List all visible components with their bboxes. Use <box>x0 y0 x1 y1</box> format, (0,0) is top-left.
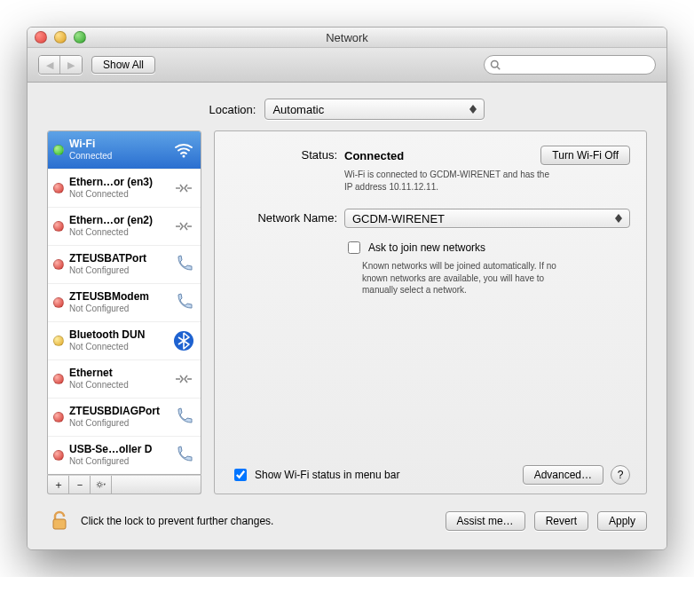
service-item[interactable]: ZTEUSBDIAGPortNot Configured <box>48 399 201 437</box>
network-name-label: Network Name: <box>231 209 337 225</box>
service-status: Not Connected <box>69 227 167 238</box>
ethernet-icon <box>172 177 195 200</box>
service-item[interactable]: ZTEUSBModemNot Configured <box>48 284 201 322</box>
svg-line-13 <box>98 486 99 487</box>
svg-marker-15 <box>104 484 106 486</box>
service-status: Not Configured <box>69 265 167 276</box>
ask-join-description: Known networks will be joined automatica… <box>362 260 575 296</box>
ethernet-icon <box>172 367 195 391</box>
svg-line-14 <box>101 482 102 483</box>
status-dot-icon <box>53 412 64 423</box>
back-button[interactable]: ◀ <box>39 56 60 74</box>
network-preferences-window: Network ◀ ▶ Show All Location: Automatic <box>27 27 667 550</box>
service-status: Not Connected <box>69 342 167 352</box>
location-label: Location: <box>209 103 256 116</box>
service-name: ZTEUSBModem <box>69 291 167 304</box>
bluetooth-icon <box>172 329 195 352</box>
service-item[interactable]: Ethern…or (en2)Not Connected <box>48 208 201 246</box>
service-item[interactable]: Bluetooth DUNNot Connected <box>48 322 201 360</box>
svg-line-1 <box>497 67 500 69</box>
service-name: USB-Se…oller D <box>69 444 167 456</box>
svg-line-12 <box>101 486 102 487</box>
service-text: ZTEUSBATPortNot Configured <box>69 253 167 275</box>
service-name: Wi-Fi <box>69 138 167 151</box>
ask-join-checkbox[interactable] <box>348 241 360 254</box>
svg-line-11 <box>98 482 99 483</box>
service-item[interactable]: ZTEUSBATPortNot Configured <box>48 246 201 284</box>
service-text: ZTEUSBModemNot Configured <box>69 291 167 313</box>
service-status: Not Configured <box>69 418 167 429</box>
service-text: Bluetooth DUNNot Connected <box>69 329 167 351</box>
service-name: Ethernet <box>69 367 167 380</box>
ask-join-label: Ask to join new networks <box>368 241 485 254</box>
svg-point-0 <box>492 61 499 68</box>
status-value: Connected <box>344 149 404 162</box>
service-item[interactable]: Wi-FiConnected <box>48 131 201 170</box>
toolbar: ◀ ▶ Show All <box>28 48 666 83</box>
detail-panel: Status: Connected Turn Wi-Fi Off Wi-Fi i… <box>214 130 647 494</box>
ethernet-icon <box>172 215 195 238</box>
location-row: Location: Automatic <box>47 99 647 120</box>
svg-marker-3 <box>469 109 477 114</box>
lock-icon[interactable] <box>47 509 72 533</box>
svg-rect-18 <box>53 519 66 529</box>
phone-icon <box>172 444 195 467</box>
window-title: Network <box>28 31 666 44</box>
status-dot-icon <box>53 336 64 346</box>
status-dot-icon <box>53 374 64 384</box>
svg-marker-17 <box>615 218 622 223</box>
lock-text: Click the lock to prevent further change… <box>81 515 273 527</box>
network-name-popup[interactable]: GCDM-WIRENET <box>344 209 630 228</box>
service-name: ZTEUSBDIAGPort <box>69 406 167 418</box>
service-text: EthernetNot Connected <box>69 367 167 390</box>
status-dot-icon <box>53 450 64 461</box>
apply-button[interactable]: Apply <box>597 511 647 531</box>
services-list-footer: ＋ － <box>47 475 201 494</box>
revert-button[interactable]: Revert <box>534 511 588 531</box>
service-text: Ethern…or (en2)Not Connected <box>69 215 167 237</box>
gear-icon <box>96 479 106 490</box>
status-description: Wi-Fi is connected to GCDM-WIRENET and h… <box>344 169 557 193</box>
service-text: Wi-FiConnected <box>69 138 167 161</box>
show-all-button[interactable]: Show All <box>91 56 155 74</box>
advanced-button[interactable]: Advanced… <box>523 465 603 485</box>
search-input[interactable] <box>504 58 650 72</box>
bottom-bar: Click the lock to prevent further change… <box>47 494 647 533</box>
search-field[interactable] <box>484 55 656 75</box>
service-status: Not Connected <box>69 189 167 200</box>
titlebar: Network <box>28 28 666 48</box>
service-actions-button[interactable] <box>91 476 112 494</box>
svg-point-4 <box>183 155 185 158</box>
service-status: Not Connected <box>69 380 167 391</box>
remove-service-button[interactable]: － <box>69 476 91 494</box>
forward-button[interactable]: ▶ <box>60 56 82 74</box>
service-text: ZTEUSBDIAGPortNot Configured <box>69 406 167 428</box>
service-item[interactable]: USB-Se…oller DNot Configured <box>48 437 201 474</box>
popup-arrows-icon <box>466 99 480 119</box>
svg-point-6 <box>98 483 101 486</box>
service-name: Ethern…or (en3) <box>69 177 167 189</box>
help-button[interactable]: ? <box>611 465 630 485</box>
phone-icon <box>172 253 195 276</box>
service-item[interactable]: EthernetNot Connected <box>48 360 201 399</box>
phone-icon <box>172 291 195 314</box>
location-popup[interactable]: Automatic <box>264 99 485 120</box>
services-list[interactable]: Wi-FiConnectedEthern…or (en3)Not Connect… <box>47 130 201 475</box>
service-name: Bluetooth DUN <box>69 329 167 342</box>
search-icon <box>490 59 501 70</box>
service-item[interactable]: Ethern…or (en3)Not Connected <box>48 170 201 208</box>
show-status-label: Show Wi-Fi status in menu bar <box>255 469 399 481</box>
assist-me-button[interactable]: Assist me… <box>446 511 525 531</box>
show-status-checkbox[interactable] <box>234 469 247 481</box>
service-name: Ethern…or (en2) <box>69 215 167 227</box>
add-service-button[interactable]: ＋ <box>48 476 69 494</box>
service-name: ZTEUSBATPort <box>69 253 167 265</box>
service-status: Not Configured <box>69 456 167 467</box>
nav-buttons: ◀ ▶ <box>38 55 83 75</box>
wifi-icon <box>172 138 195 162</box>
popup-arrows-icon <box>611 209 626 227</box>
phone-icon <box>172 406 195 429</box>
wifi-toggle-button[interactable]: Turn Wi-Fi Off <box>540 146 630 165</box>
content: Location: Automatic Wi-FiConnectedEthern… <box>28 83 666 549</box>
service-status: Connected <box>69 151 167 162</box>
